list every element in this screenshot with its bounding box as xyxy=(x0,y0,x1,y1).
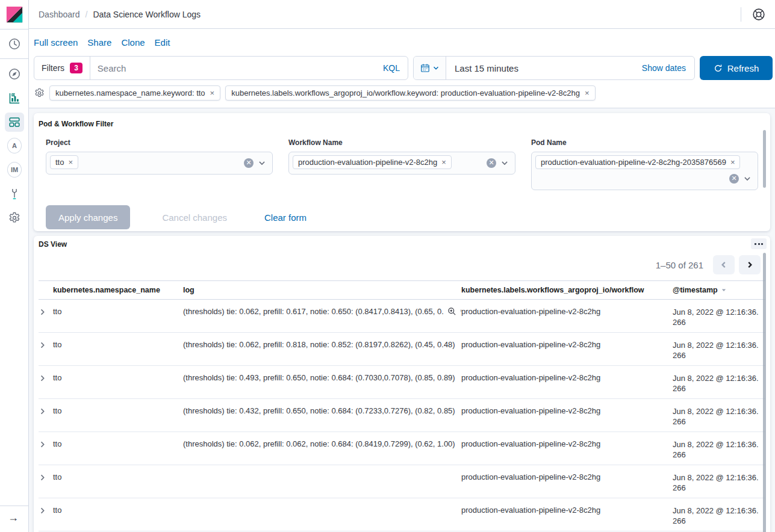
search-input[interactable] xyxy=(90,63,383,73)
pod-pill-label: production-evaluation-pipeline-v2-8c2hg-… xyxy=(541,158,726,167)
cell-workflow: production-evaluation-pipeline-v2-8c2hg xyxy=(461,307,673,332)
ds-view-title: DS View xyxy=(39,240,765,249)
clone-link[interactable]: Clone xyxy=(121,37,145,48)
cell-workflow: production-evaluation-pipeline-v2-8c2hg xyxy=(461,373,673,398)
table-row: tto (thresholds) tie: 0.432, prefill: 0.… xyxy=(39,399,765,432)
quick-select-date-button[interactable] xyxy=(414,57,446,79)
expand-row-icon[interactable] xyxy=(39,340,53,365)
pod-name-combobox[interactable]: production-evaluation-pipeline-v2-8c2hg-… xyxy=(531,152,758,190)
project-combobox[interactable]: tto × ✕ xyxy=(46,152,273,175)
table-row: tto (thresholds) tie: 0.062, prefill: 0.… xyxy=(39,432,765,465)
chevron-down-icon[interactable] xyxy=(258,159,266,167)
clear-selection-icon[interactable]: ✕ xyxy=(729,174,739,184)
cell-namespace: tto xyxy=(53,472,183,498)
chevron-down-icon[interactable] xyxy=(743,175,752,183)
cell-namespace: tto xyxy=(53,406,183,431)
pod-workflow-filter-panel: Pod & Workflow Filter Project tto × ✕ xyxy=(34,113,770,231)
breadcrumb-dashboard[interactable]: Dashboard xyxy=(39,10,80,19)
apm-icon[interactable]: A xyxy=(7,138,22,153)
expand-row-icon[interactable] xyxy=(39,406,53,431)
remove-filter-icon[interactable]: × xyxy=(210,88,215,97)
apply-changes-button[interactable]: Apply changes xyxy=(46,205,130,229)
previous-page-button[interactable] xyxy=(713,255,735,274)
filter-pill-label: kubernetes.namespace_name.keyword: tto xyxy=(55,88,205,97)
clear-selection-icon[interactable]: ✕ xyxy=(487,158,496,168)
chevron-down-icon xyxy=(432,64,440,72)
cell-timestamp: Jun 8, 2022 @ 12:16:36.266 xyxy=(673,439,765,465)
recently-viewed-icon[interactable] xyxy=(7,37,22,51)
column-header-namespace[interactable]: kubernetes.namespace_name xyxy=(53,286,183,294)
dashboard-icon[interactable] xyxy=(7,115,22,129)
chevron-down-icon[interactable] xyxy=(500,159,509,167)
refresh-button[interactable]: Refresh xyxy=(700,56,773,80)
project-pill-label: tto xyxy=(55,158,64,167)
remove-option-icon[interactable]: × xyxy=(441,158,446,167)
collapse-nav-arrow[interactable]: → xyxy=(8,512,19,524)
pagination: 1–50 of 261 xyxy=(39,255,765,274)
clear-selection-icon[interactable]: ✕ xyxy=(244,158,254,168)
help-icon[interactable] xyxy=(752,8,765,21)
filter-options-gear-icon[interactable] xyxy=(34,88,45,98)
workflow-name-label: Workflow Name xyxy=(288,138,515,147)
time-range-value[interactable]: Last 15 minutes xyxy=(446,63,518,73)
refresh-icon xyxy=(714,64,723,73)
pod-selected-pill[interactable]: production-evaluation-pipeline-v2-8c2hg-… xyxy=(535,155,740,169)
kql-language-button[interactable]: KQL xyxy=(383,63,408,73)
cell-log: (thresholds) tie: 0.062, prefill: 0.818,… xyxy=(183,340,461,365)
cell-namespace: tto xyxy=(53,373,183,398)
panel-scrollbar[interactable] xyxy=(763,253,766,532)
workflow-name-combobox[interactable]: production-evaluation-pipeline-v2-8c2hg … xyxy=(288,152,515,175)
cell-log: (thresholds) tie: 0.062, prefill: 0.062,… xyxy=(183,439,461,465)
page-title: Data Science Workflow Logs xyxy=(93,10,201,19)
index-management-icon[interactable]: IM xyxy=(7,162,22,177)
column-header-workflow[interactable]: kubernetes.labels.workflows_argoproj_io/… xyxy=(461,286,673,294)
dev-tools-icon[interactable] xyxy=(7,187,22,201)
discover-icon[interactable] xyxy=(7,67,22,81)
cell-log: (thresholds) tie: 0.432, prefill: 0.650,… xyxy=(183,406,461,431)
table-row: tto (thresholds) tie: 0.062, prefill: 0.… xyxy=(39,333,765,366)
expand-row-icon[interactable] xyxy=(39,373,53,398)
im-badge: IM xyxy=(7,162,22,178)
filter-pill-namespace[interactable]: kubernetes.namespace_name.keyword: tto × xyxy=(49,85,220,101)
expand-row-icon[interactable] xyxy=(39,307,53,332)
expand-row-icon[interactable] xyxy=(39,439,53,465)
panel-scrollbar[interactable] xyxy=(763,130,766,188)
project-selected-pill[interactable]: tto × xyxy=(50,155,78,169)
sidebar-divider xyxy=(0,58,28,59)
dashboard-toolbar: Full screen Share Clone Edit xyxy=(29,29,775,56)
filter-for-value-icon[interactable] xyxy=(447,307,456,316)
column-header-log[interactable]: log xyxy=(183,286,461,294)
expand-column-header xyxy=(39,286,53,294)
edit-link[interactable]: Edit xyxy=(155,37,170,48)
stack-management-icon[interactable] xyxy=(7,211,22,225)
workflow-selected-pill[interactable]: production-evaluation-pipeline-v2-8c2hg … xyxy=(293,155,452,169)
breadcrumb-separator: / xyxy=(86,10,88,19)
show-dates-button[interactable]: Show dates xyxy=(642,63,694,73)
visualize-icon[interactable] xyxy=(7,91,22,105)
app-sidebar: A IM → xyxy=(0,0,29,532)
cell-workflow: production-evaluation-pipeline-v2-8c2hg xyxy=(461,340,673,365)
next-page-button[interactable] xyxy=(739,255,761,274)
remove-option-icon[interactable]: × xyxy=(730,158,735,167)
share-link[interactable]: Share xyxy=(87,37,111,48)
kibana-logo[interactable] xyxy=(0,0,29,29)
filter-pill-workflow[interactable]: kubernetes.labels.workflows_argoproj_io/… xyxy=(225,85,595,101)
cell-timestamp: Jun 8, 2022 @ 12:16:36.266 xyxy=(673,406,765,431)
panel-options-icon[interactable] xyxy=(751,238,767,249)
expand-row-icon[interactable] xyxy=(39,506,53,531)
full-screen-link[interactable]: Full screen xyxy=(34,37,78,48)
chevron-left-icon xyxy=(720,261,728,269)
dashboard-content: Pod & Workflow Filter Project tto × ✕ xyxy=(29,108,775,532)
clear-form-button[interactable]: Clear form xyxy=(264,212,307,223)
workflow-pill-label: production-evaluation-pipeline-v2-8c2hg xyxy=(298,158,437,167)
filters-button[interactable]: Filters 3 xyxy=(34,57,90,79)
table-row: tto (thresholds) tie: 0.493, prefill: 0.… xyxy=(39,366,765,399)
expand-row-icon[interactable] xyxy=(39,472,53,498)
remove-filter-icon[interactable]: × xyxy=(585,88,590,97)
remove-option-icon[interactable]: × xyxy=(68,158,73,167)
filters-count-badge: 3 xyxy=(70,63,82,73)
apm-badge: A xyxy=(7,138,22,153)
cancel-changes-button[interactable]: Cancel changes xyxy=(148,212,241,223)
column-header-timestamp[interactable]: @timestamp xyxy=(673,286,765,294)
table-row: tto production-evaluation-pipeline-v2-8c… xyxy=(39,465,765,498)
